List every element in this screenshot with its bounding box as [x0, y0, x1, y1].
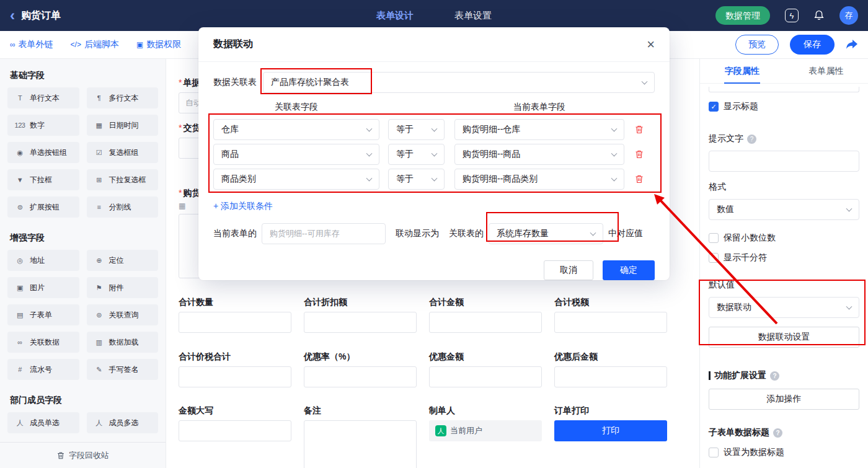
palette-item-signature[interactable]: ✎手写签名: [87, 359, 159, 380]
remark-textarea[interactable]: [304, 420, 417, 468]
field-remark[interactable]: 备注: [304, 405, 417, 468]
palette-item-address[interactable]: ◎地址: [7, 250, 79, 271]
checkbox-unchecked-icon[interactable]: [709, 253, 719, 263]
palette-item-dropdown[interactable]: ▼下拉框: [7, 169, 79, 190]
palette-item-serial-number[interactable]: #流水号: [7, 359, 79, 380]
palette-item-multi-dropdown[interactable]: ⊞下拉复选框: [87, 169, 159, 190]
thousand-separator-option[interactable]: 显示千分符: [709, 252, 859, 263]
palette-item-member-multi[interactable]: 人成员多选: [87, 412, 159, 433]
after-discount-input[interactable]: [554, 366, 667, 387]
field-creator[interactable]: 制单人 人 当前用户: [429, 405, 542, 468]
field-total-tax[interactable]: 合计税额: [554, 297, 667, 333]
relation-field-select[interactable]: 商品: [213, 144, 379, 165]
palette-item-radio-group[interactable]: ◉单选按钮组: [7, 142, 79, 163]
tab-form-properties[interactable]: 表单属性: [784, 59, 868, 83]
format-select[interactable]: 数值: [709, 199, 859, 220]
relation-display-field-select[interactable]: 系统库存数量: [489, 223, 603, 244]
delete-condition-icon[interactable]: [634, 174, 644, 184]
current-form-field-select[interactable]: 购货明细--仓库: [454, 119, 624, 140]
form-external-link[interactable]: ∞ 表单外链: [10, 39, 53, 50]
data-manage-button[interactable]: 数据管理: [715, 6, 770, 25]
radio-icon: ◉: [14, 149, 26, 157]
default-value-select[interactable]: 数据联动: [709, 297, 859, 318]
field-discount-rate[interactable]: 优惠率（%）: [304, 351, 417, 387]
save-button[interactable]: 保存: [790, 35, 835, 55]
palette-item-attachment[interactable]: ⚑附件: [87, 277, 159, 298]
field-after-discount[interactable]: 优惠后金额: [554, 351, 667, 387]
checkbox-unchecked-icon[interactable]: [709, 448, 719, 457]
field-recycle-bin[interactable]: 字段回收站: [0, 442, 166, 468]
field-amount-in-words[interactable]: 金额大写: [179, 405, 291, 468]
user-avatar[interactable]: 存: [839, 6, 858, 25]
palette-item-datetime[interactable]: ▦日期时间: [87, 115, 159, 136]
data-linkage-setting-button[interactable]: 数据联动设置: [709, 327, 859, 348]
field-total-qty[interactable]: 合计数量: [179, 297, 291, 333]
palette-item-divider[interactable]: ≡分割线: [87, 196, 159, 218]
print-button[interactable]: 打印: [554, 420, 667, 441]
preview-button[interactable]: 预览: [735, 35, 779, 55]
total-discount-input[interactable]: [304, 312, 417, 333]
checkbox-unchecked-icon[interactable]: [709, 233, 719, 243]
palette-item-single-line-text[interactable]: T单行文本: [7, 87, 79, 108]
palette-item-multi-line-text[interactable]: ¶多行文本: [87, 87, 159, 108]
total-with-tax-input[interactable]: [179, 366, 291, 387]
delete-condition-icon[interactable]: [634, 125, 644, 135]
field-total-discount[interactable]: 合计折扣额: [304, 297, 417, 333]
palette-item-relation-data[interactable]: ∞关联数据: [7, 332, 79, 353]
discount-amount-input[interactable]: [429, 366, 542, 387]
keep-decimal-option[interactable]: 保留小数位数: [709, 232, 859, 244]
current-field-input[interactable]: 购货明细--可用库存: [262, 223, 386, 244]
title-input-cropped[interactable]: [709, 87, 859, 92]
hint-text-input[interactable]: [709, 151, 859, 172]
field-order-print[interactable]: 订单打印 打印: [554, 405, 667, 468]
palette-item-image[interactable]: ▣图片: [7, 277, 79, 298]
field-total-with-tax[interactable]: 合计价税合计: [179, 351, 291, 387]
checkbox-checked-icon[interactable]: ✓: [709, 102, 719, 112]
current-user-chip[interactable]: 人 当前用户: [429, 420, 542, 441]
notification-bell-icon[interactable]: [813, 10, 825, 21]
palette-item-extend-button[interactable]: ⊜扩展按钮: [7, 196, 79, 218]
amount-in-words-input[interactable]: [179, 420, 291, 441]
operator-select[interactable]: 等于: [388, 119, 445, 140]
tab-form-design[interactable]: 表单设计: [376, 10, 414, 22]
help-icon[interactable]: ?: [773, 428, 782, 438]
discount-rate-input[interactable]: [304, 366, 417, 387]
show-title-option[interactable]: ✓ 显示标题: [709, 101, 859, 112]
confirm-button[interactable]: 确定: [603, 260, 655, 280]
backend-script-link[interactable]: </> 后端脚本: [71, 39, 119, 50]
palette-item-location[interactable]: ⊕定位: [87, 250, 159, 271]
cancel-button[interactable]: 取消: [544, 260, 593, 280]
total-qty-input[interactable]: [179, 312, 291, 333]
data-permission-link[interactable]: ▣ 数据权限: [136, 39, 181, 50]
add-action-button[interactable]: 添加操作: [709, 389, 859, 410]
relation-table-select[interactable]: 产品库存统计聚合表: [263, 72, 655, 93]
operator-select[interactable]: 等于: [388, 144, 445, 165]
delete-condition-icon[interactable]: [634, 149, 644, 159]
total-tax-input[interactable]: [554, 312, 667, 333]
help-icon[interactable]: ?: [770, 371, 779, 381]
field-discount-amount[interactable]: 优惠金额: [429, 351, 542, 387]
add-condition-link[interactable]: + 添加关联条件: [213, 201, 273, 212]
tab-field-properties[interactable]: 字段属性: [700, 59, 784, 83]
share-icon[interactable]: [846, 39, 858, 50]
close-icon[interactable]: ×: [647, 38, 655, 51]
operator-select[interactable]: 等于: [388, 169, 445, 190]
relation-field-select[interactable]: 仓库: [213, 119, 379, 140]
field-label: 合计折扣额: [304, 297, 347, 307]
palette-item-checkbox-group[interactable]: ☑复选框组: [87, 142, 159, 163]
palette-item-data-load[interactable]: ▥数据加载: [87, 332, 159, 353]
palette-item-subform[interactable]: ▤子表单: [7, 304, 79, 325]
current-form-field-select[interactable]: 购货明细--商品: [454, 144, 624, 165]
current-form-field-select[interactable]: 购货明细--商品类别: [454, 169, 624, 190]
help-icon[interactable]: ?: [747, 135, 756, 144]
app-center-icon[interactable]: ϟ: [785, 9, 799, 22]
relation-field-select[interactable]: 商品类别: [213, 169, 379, 190]
set-as-data-title-option[interactable]: 设置为数据标题: [709, 447, 859, 458]
palette-item-number[interactable]: 123数字: [7, 115, 79, 136]
palette-item-relation-query[interactable]: ⊚关联查询: [87, 304, 159, 325]
field-total-amount[interactable]: 合计金额: [429, 297, 542, 333]
total-amount-input[interactable]: [429, 312, 542, 333]
tab-form-settings[interactable]: 表单设置: [454, 10, 492, 22]
back-icon[interactable]: ‹: [10, 9, 15, 22]
palette-item-member-single[interactable]: 人成员单选: [7, 412, 79, 433]
